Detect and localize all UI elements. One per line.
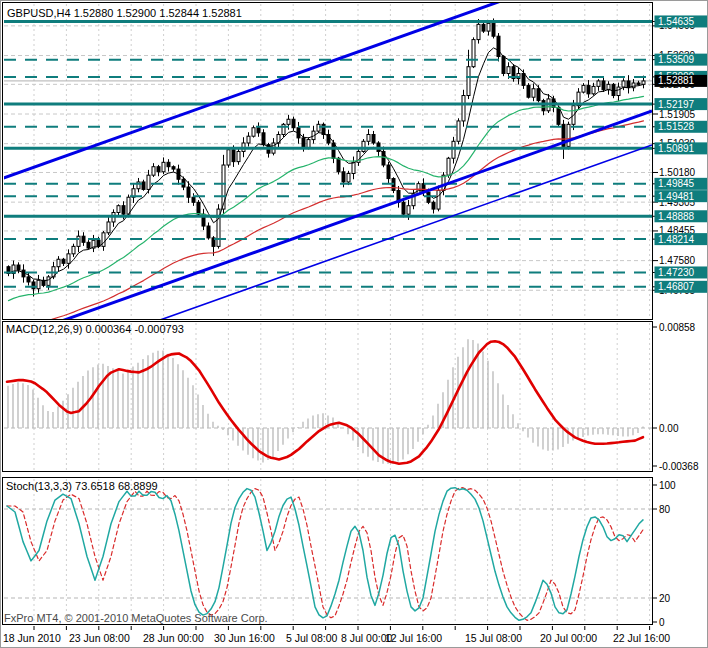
panel-frames [3, 3, 653, 625]
svg-text:1.47230: 1.47230 [658, 267, 695, 278]
mt4-chart-window: 1.545051.536301.527801.519051.510301.501… [0, 0, 708, 648]
time-axis: 18 Jun 201023 Jun 08:0028 Jun 00:0030 Ju… [3, 626, 670, 644]
svg-text:1.46807: 1.46807 [658, 281, 695, 292]
svg-text:28 Jun 00:00: 28 Jun 00:00 [143, 632, 204, 644]
svg-text:1.52881: 1.52881 [658, 75, 695, 86]
svg-text:0.00858: 0.00858 [659, 322, 696, 333]
svg-text:1.50180: 1.50180 [659, 167, 696, 178]
svg-text:1.50891: 1.50891 [658, 143, 695, 154]
svg-text:5 Jul 08:00: 5 Jul 08:00 [286, 632, 338, 644]
svg-text:1.49845: 1.49845 [658, 178, 695, 189]
svg-text:30 Jun 16:00: 30 Jun 16:00 [214, 632, 275, 644]
svg-text:1.54635: 1.54635 [658, 16, 695, 27]
svg-text:1.51528: 1.51528 [658, 121, 695, 132]
svg-text:1.53509: 1.53509 [658, 54, 695, 65]
svg-text:0: 0 [659, 617, 665, 628]
stoch-indicator-label: Stoch(13,3,3) 73.6518 68.8899 [6, 480, 158, 492]
svg-text:80: 80 [659, 504, 671, 515]
svg-text:18 Jun 2010: 18 Jun 2010 [3, 632, 61, 644]
svg-text:12 Jul 16:00: 12 Jul 16:00 [385, 632, 442, 644]
svg-text:22 Jul 16:00: 22 Jul 16:00 [613, 632, 670, 644]
macd-indicator-label: MACD(12,26,9) 0.000364 -0.000793 [6, 323, 184, 335]
svg-text:1.51905: 1.51905 [659, 109, 696, 120]
svg-text:100: 100 [659, 480, 676, 491]
svg-text:0.00: 0.00 [659, 423, 679, 434]
svg-text:1.49481: 1.49481 [658, 191, 695, 202]
svg-text:15 Jul 08:00: 15 Jul 08:00 [465, 632, 522, 644]
svg-text:-0.00368: -0.00368 [659, 461, 699, 472]
price-axis: 1.545051.536301.527801.519051.510301.501… [653, 1, 708, 648]
svg-text:1.48888: 1.48888 [658, 211, 695, 222]
chart-title-ohlc: GBPUSD,H4 1.52880 1.52900 1.52844 1.5288… [7, 7, 242, 19]
platform-copyright: FxPro MT4, © 2001-2010 MetaQuotes Softwa… [4, 612, 268, 624]
svg-text:20: 20 [659, 593, 671, 604]
svg-text:23 Jun 08:00: 23 Jun 08:00 [69, 632, 130, 644]
svg-text:1.48214: 1.48214 [658, 234, 695, 245]
svg-text:1.52197: 1.52197 [658, 99, 695, 110]
svg-text:1.47580: 1.47580 [659, 255, 696, 266]
svg-text:20 Jul 00:00: 20 Jul 00:00 [540, 632, 597, 644]
